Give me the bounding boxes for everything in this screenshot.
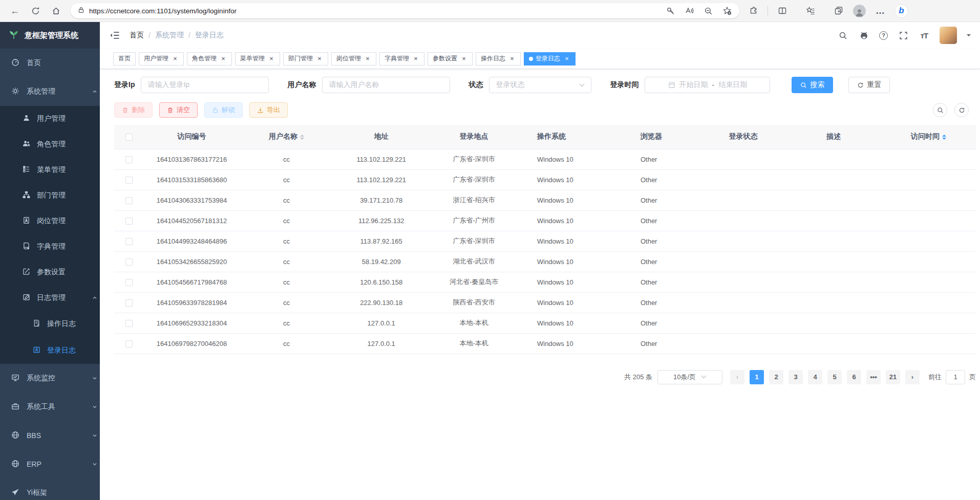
row-checkbox[interactable]	[125, 299, 133, 307]
sidebar-item-system-monitor[interactable]: 系统监控	[0, 364, 100, 393]
row-checkbox[interactable]	[125, 340, 133, 347]
browser-profile-avatar[interactable]	[853, 5, 866, 17]
row-checkbox[interactable]	[125, 279, 133, 286]
sort-visit-time-icon[interactable]	[942, 135, 946, 140]
sidebar-item-user-mgmt[interactable]: 用户管理	[0, 106, 100, 132]
row-checkbox[interactable]	[125, 177, 133, 184]
row-checkbox[interactable]	[125, 258, 133, 266]
sidebar-item-operation-log[interactable]: 操作日志	[0, 311, 100, 337]
sidebar-item-log-mgmt[interactable]: 日志管理	[0, 285, 100, 311]
browser-back-icon[interactable]: ←	[8, 4, 22, 17]
help-icon[interactable]: ?	[879, 31, 888, 40]
sidebar-item-menu-mgmt[interactable]: 菜单管理	[0, 157, 100, 183]
header-username[interactable]: 用户名称	[239, 125, 334, 149]
tab-close-icon[interactable]	[364, 55, 371, 62]
avatar-caret-down-icon[interactable]	[967, 34, 971, 38]
tab[interactable]: 用户管理	[139, 52, 184, 66]
export-button[interactable]: 导出	[249, 102, 288, 118]
goto-page-input[interactable]	[946, 370, 965, 384]
collapse-sidebar-icon[interactable]	[109, 30, 120, 41]
tab[interactable]: 岗位管理	[331, 52, 376, 66]
sidebar-item-dept-mgmt[interactable]: 部门管理	[0, 183, 100, 208]
tab[interactable]: 字典管理	[379, 52, 424, 66]
page-button[interactable]: 2	[769, 370, 783, 384]
sidebar-item-system-tools[interactable]: 系统工具	[0, 393, 100, 421]
tab-close-icon[interactable]	[220, 55, 227, 62]
sidebar-item-dict-mgmt[interactable]: 字典管理	[0, 234, 100, 259]
row-checkbox[interactable]	[125, 197, 133, 204]
page-button[interactable]: 4	[808, 370, 822, 384]
sidebar-item-post-mgmt[interactable]: 岗位管理	[0, 208, 100, 234]
page-button[interactable]: 3	[789, 370, 803, 384]
refresh-table-icon[interactable]	[954, 103, 969, 117]
tab[interactable]: 角色管理	[187, 52, 232, 66]
page-button[interactable]: 5	[827, 370, 842, 384]
sidebar-item-erp[interactable]: ERP	[0, 450, 100, 479]
unlock-button[interactable]: 解锁	[204, 102, 243, 118]
duplicate-tab-icon[interactable]	[832, 4, 845, 17]
browser-menu-ellipsis-icon[interactable]: …	[874, 4, 887, 17]
page-size-select[interactable]: 10条/页	[657, 370, 722, 384]
row-checkbox[interactable]	[125, 156, 133, 163]
read-aloud-icon[interactable]	[684, 6, 694, 16]
address-bar[interactable]: https://ccnetcore.com:1101/system/log/lo…	[71, 3, 739, 18]
user-avatar[interactable]	[940, 27, 957, 44]
zoom-out-icon[interactable]	[703, 6, 713, 16]
tab-close-icon[interactable]	[172, 55, 179, 62]
login-ip-input[interactable]: 请输入登录Ip	[141, 77, 269, 93]
prev-page-button[interactable]: ‹	[730, 370, 744, 384]
sidebar-item-login-log[interactable]: 登录日志	[0, 337, 100, 364]
delete-button[interactable]: 删除	[114, 102, 153, 118]
tab[interactable]: 操作日志	[476, 52, 521, 66]
tab-close-icon[interactable]	[268, 55, 275, 62]
app-logo[interactable]: 意框架管理系统	[0, 22, 100, 49]
page-button[interactable]: •••	[866, 370, 881, 384]
clear-button[interactable]: 清空	[159, 102, 198, 118]
username-input[interactable]: 请输入用户名称	[322, 77, 450, 93]
sidebar-item-home[interactable]: 首页	[0, 49, 100, 77]
select-all-checkbox[interactable]	[125, 134, 133, 141]
tab-close-icon[interactable]	[563, 55, 570, 62]
fullscreen-icon[interactable]	[898, 30, 909, 41]
page-button[interactable]: 6	[847, 370, 861, 384]
tab[interactable]: 菜单管理	[235, 52, 280, 66]
tab[interactable]: 首页	[113, 52, 136, 66]
header-visit-time[interactable]: 访问时间	[881, 125, 976, 149]
page-button[interactable]: 1	[750, 370, 764, 384]
breadcrumb-home[interactable]: 首页	[130, 31, 144, 40]
search-button[interactable]: 搜索	[792, 77, 833, 93]
header-search-icon[interactable]	[837, 30, 848, 41]
browser-home-icon[interactable]	[49, 4, 62, 17]
tab-close-icon[interactable]	[508, 55, 516, 62]
tab[interactable]: 登录日志	[524, 52, 576, 66]
sidebar-item-param-settings[interactable]: 参数设置	[0, 259, 100, 285]
tab[interactable]: 部门管理	[283, 52, 328, 66]
github-icon[interactable]	[858, 30, 869, 41]
bing-chat-icon[interactable]: b	[894, 4, 908, 18]
tab-close-icon[interactable]	[460, 55, 467, 62]
status-select[interactable]: 登录状态	[489, 77, 591, 93]
next-page-button[interactable]: ›	[905, 370, 920, 384]
tab[interactable]: 参数设置	[428, 52, 473, 66]
page-button[interactable]: 21	[886, 370, 900, 384]
row-checkbox[interactable]	[125, 320, 133, 327]
tab-close-icon[interactable]	[412, 55, 419, 62]
sort-username-icon[interactable]	[300, 135, 304, 140]
font-size-icon[interactable]: тT	[919, 30, 930, 41]
sidebar-item-bbs[interactable]: BBS	[0, 421, 100, 450]
date-range-picker[interactable]: 开始日期 - 结束日期	[645, 77, 770, 93]
tab-close-icon[interactable]	[316, 55, 323, 62]
row-checkbox[interactable]	[125, 238, 133, 245]
password-key-icon[interactable]	[665, 6, 675, 16]
add-favorite-star-icon[interactable]	[722, 6, 732, 16]
reset-button[interactable]: 重置	[848, 77, 890, 93]
row-checkbox[interactable]	[125, 218, 133, 225]
sidebar-item-yi-framework[interactable]: Yi框架	[0, 479, 100, 500]
sidebar-item-role-mgmt[interactable]: 角色管理	[0, 132, 100, 157]
browser-refresh-icon[interactable]	[29, 4, 42, 17]
split-screen-icon[interactable]	[776, 4, 789, 17]
toggle-search-icon[interactable]	[933, 103, 947, 117]
favorites-bar-icon[interactable]	[804, 4, 817, 17]
extensions-puzzle-icon[interactable]	[747, 4, 760, 17]
sidebar-item-system-mgmt[interactable]: 系统管理	[0, 77, 100, 106]
